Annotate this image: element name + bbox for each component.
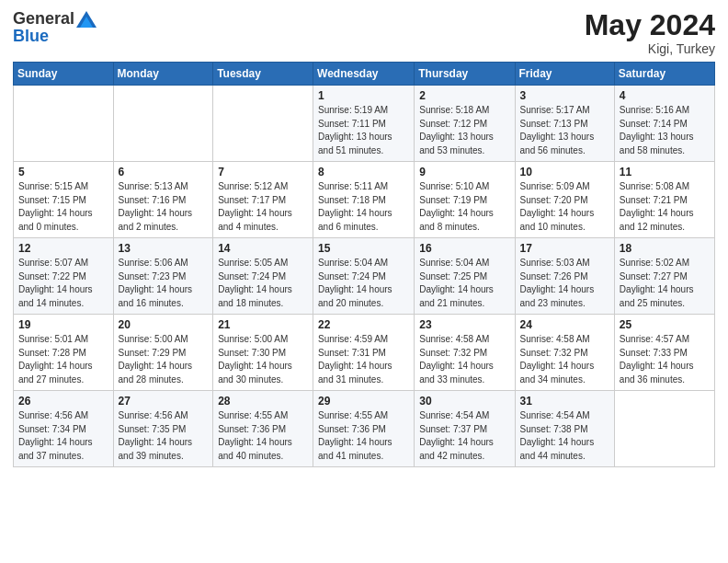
cell-content: Sunrise: 5:11 AM Sunset: 7:18 PM Dayligh… [318,180,409,234]
cell-content: Sunrise: 4:54 AM Sunset: 7:38 PM Dayligh… [520,409,609,463]
day-number: 4 [620,89,710,102]
day-number: 11 [620,166,710,178]
table-row: 25Sunrise: 4:57 AM Sunset: 7:33 PM Dayli… [614,315,714,391]
table-row: 6Sunrise: 5:13 AM Sunset: 7:16 PM Daylig… [113,162,213,238]
day-number: 6 [119,166,209,178]
cell-content: Sunrise: 5:02 AM Sunset: 7:27 PM Dayligh… [620,257,710,310]
table-row [614,391,714,467]
table-row: 7Sunrise: 5:12 AM Sunset: 7:17 PM Daylig… [213,162,313,238]
table-row: 21Sunrise: 5:00 AM Sunset: 7:30 PM Dayli… [213,315,313,391]
table-row: 2Sunrise: 5:18 AM Sunset: 7:12 PM Daylig… [415,86,515,162]
week-row-3: 12Sunrise: 5:07 AM Sunset: 7:22 PM Dayli… [14,238,715,315]
day-number: 16 [419,242,509,255]
cell-content: Sunrise: 5:00 AM Sunset: 7:30 PM Dayligh… [218,333,308,386]
cell-content: Sunrise: 5:13 AM Sunset: 7:16 PM Dayligh… [119,180,209,234]
table-row: 28Sunrise: 4:55 AM Sunset: 7:36 PM Dayli… [213,391,313,467]
day-number: 12 [18,242,108,255]
day-number: 31 [520,395,609,408]
cell-content: Sunrise: 4:58 AM Sunset: 7:32 PM Dayligh… [520,333,609,386]
day-number: 19 [18,318,108,331]
day-number: 24 [520,318,609,331]
day-number: 15 [318,242,409,255]
table-row: 27Sunrise: 4:56 AM Sunset: 7:35 PM Dayli… [113,391,213,467]
day-number: 29 [318,395,409,408]
day-number: 7 [218,166,308,178]
table-row: 31Sunrise: 4:54 AM Sunset: 7:38 PM Dayli… [515,391,614,467]
cell-content: Sunrise: 5:05 AM Sunset: 7:24 PM Dayligh… [218,257,308,310]
table-row: 23Sunrise: 4:58 AM Sunset: 7:32 PM Dayli… [415,315,515,391]
table-row: 9Sunrise: 5:10 AM Sunset: 7:19 PM Daylig… [415,162,515,238]
table-row: 3Sunrise: 5:17 AM Sunset: 7:13 PM Daylig… [515,86,614,162]
table-row: 18Sunrise: 5:02 AM Sunset: 7:27 PM Dayli… [614,238,714,315]
logo-general-text: General [13,9,74,29]
table-row: 10Sunrise: 5:09 AM Sunset: 7:20 PM Dayli… [515,162,614,238]
day-number: 25 [620,318,710,331]
table-row: 30Sunrise: 4:54 AM Sunset: 7:37 PM Dayli… [415,391,515,467]
calendar-table: Sunday Monday Tuesday Wednesday Thursday… [13,62,715,467]
cell-content: Sunrise: 5:04 AM Sunset: 7:25 PM Dayligh… [419,257,509,310]
day-number: 1 [318,89,409,102]
table-row: 13Sunrise: 5:06 AM Sunset: 7:23 PM Dayli… [113,238,213,315]
header: General Blue May 2024 Kigi, Turkey [13,9,715,56]
table-row: 12Sunrise: 5:07 AM Sunset: 7:22 PM Dayli… [14,238,114,315]
table-row: 11Sunrise: 5:08 AM Sunset: 7:21 PM Dayli… [614,162,714,238]
title-block: May 2024 Kigi, Turkey [585,9,715,56]
cell-content: Sunrise: 5:08 AM Sunset: 7:21 PM Dayligh… [620,180,710,234]
table-row: 20Sunrise: 5:00 AM Sunset: 7:29 PM Dayli… [113,315,213,391]
header-row: Sunday Monday Tuesday Wednesday Thursday… [14,63,715,86]
table-row: 5Sunrise: 5:15 AM Sunset: 7:15 PM Daylig… [14,162,114,238]
location: Kigi, Turkey [585,41,715,56]
day-number: 26 [18,395,108,408]
day-number: 8 [318,166,409,178]
cell-content: Sunrise: 5:00 AM Sunset: 7:29 PM Dayligh… [119,333,209,386]
week-row-1: 1Sunrise: 5:19 AM Sunset: 7:11 PM Daylig… [14,86,715,162]
cell-content: Sunrise: 5:03 AM Sunset: 7:26 PM Dayligh… [520,257,609,310]
table-row: 14Sunrise: 5:05 AM Sunset: 7:24 PM Dayli… [213,238,313,315]
table-row: 26Sunrise: 4:56 AM Sunset: 7:34 PM Dayli… [14,391,114,467]
cell-content: Sunrise: 5:06 AM Sunset: 7:23 PM Dayligh… [119,257,209,310]
day-number: 20 [119,318,209,331]
week-row-5: 26Sunrise: 4:56 AM Sunset: 7:34 PM Dayli… [14,391,715,467]
cell-content: Sunrise: 5:19 AM Sunset: 7:11 PM Dayligh… [318,104,409,157]
month-title: May 2024 [585,9,715,41]
day-number: 2 [419,89,509,102]
cell-content: Sunrise: 4:55 AM Sunset: 7:36 PM Dayligh… [318,409,409,463]
table-row: 19Sunrise: 5:01 AM Sunset: 7:28 PM Dayli… [14,315,114,391]
table-row [213,86,313,162]
cell-content: Sunrise: 5:17 AM Sunset: 7:13 PM Dayligh… [520,104,609,157]
col-sunday: Sunday [14,63,114,86]
col-saturday: Saturday [614,63,714,86]
logo: General Blue [13,9,97,46]
table-row: 4Sunrise: 5:16 AM Sunset: 7:14 PM Daylig… [614,86,714,162]
day-number: 21 [218,318,308,331]
logo-icon [76,11,97,28]
table-row [113,86,213,162]
day-number: 9 [419,166,509,178]
table-row: 15Sunrise: 5:04 AM Sunset: 7:24 PM Dayli… [313,238,415,315]
day-number: 30 [419,395,509,408]
page: General Blue May 2024 Kigi, Turkey Sunda… [0,0,728,563]
cell-content: Sunrise: 5:07 AM Sunset: 7:22 PM Dayligh… [18,257,108,310]
cell-content: Sunrise: 5:10 AM Sunset: 7:19 PM Dayligh… [419,180,509,234]
col-tuesday: Tuesday [213,63,313,86]
cell-content: Sunrise: 5:01 AM Sunset: 7:28 PM Dayligh… [18,333,108,386]
day-number: 18 [620,242,710,255]
cell-content: Sunrise: 4:55 AM Sunset: 7:36 PM Dayligh… [218,409,308,463]
day-number: 10 [520,166,609,178]
table-row: 22Sunrise: 4:59 AM Sunset: 7:31 PM Dayli… [313,315,415,391]
cell-content: Sunrise: 5:04 AM Sunset: 7:24 PM Dayligh… [318,257,409,310]
cell-content: Sunrise: 5:18 AM Sunset: 7:12 PM Dayligh… [419,104,509,157]
cell-content: Sunrise: 4:56 AM Sunset: 7:35 PM Dayligh… [119,409,209,463]
cell-content: Sunrise: 4:57 AM Sunset: 7:33 PM Dayligh… [620,333,710,386]
logo-blue-text: Blue [13,27,97,46]
cell-content: Sunrise: 4:54 AM Sunset: 7:37 PM Dayligh… [419,409,509,463]
cell-content: Sunrise: 4:59 AM Sunset: 7:31 PM Dayligh… [318,333,409,386]
table-row: 1Sunrise: 5:19 AM Sunset: 7:11 PM Daylig… [313,86,415,162]
table-row: 17Sunrise: 5:03 AM Sunset: 7:26 PM Dayli… [515,238,614,315]
week-row-2: 5Sunrise: 5:15 AM Sunset: 7:15 PM Daylig… [14,162,715,238]
day-number: 17 [520,242,609,255]
table-row: 29Sunrise: 4:55 AM Sunset: 7:36 PM Dayli… [313,391,415,467]
day-number: 5 [18,166,108,178]
cell-content: Sunrise: 5:16 AM Sunset: 7:14 PM Dayligh… [620,104,710,157]
col-wednesday: Wednesday [313,63,415,86]
